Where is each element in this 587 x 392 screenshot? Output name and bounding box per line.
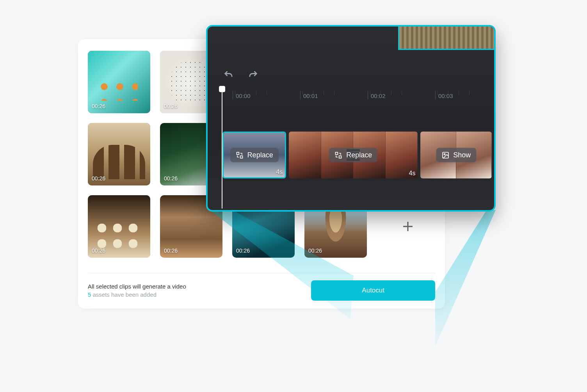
svg-rect-2 <box>336 152 338 155</box>
asset-duration: 00:26 <box>92 248 105 254</box>
asset-duration: 00:26 <box>164 103 178 109</box>
footer-headline: All selected clips will generate a video <box>88 283 186 290</box>
plus-icon <box>401 219 415 233</box>
svg-point-5 <box>444 153 445 155</box>
clip-duration: 4s <box>276 169 283 176</box>
preview-viewport <box>398 25 496 50</box>
replace-icon <box>236 151 244 159</box>
timeline-track[interactable]: Replace 4s Replace 4s Show <box>220 130 494 180</box>
clip-duration: 4s <box>409 170 416 177</box>
asset-thumb[interactable]: 00:26 <box>88 51 150 113</box>
time-ruler[interactable]: 00:00 00:01 00:02 00:03 <box>222 91 494 104</box>
playhead[interactable] <box>222 87 222 208</box>
undo-icon[interactable] <box>223 69 234 80</box>
svg-rect-0 <box>237 152 239 155</box>
replace-button[interactable]: Replace <box>230 148 279 162</box>
replace-label: Replace <box>247 151 273 159</box>
asset-duration: 00:26 <box>92 175 105 182</box>
panel-footer: All selected clips will generate a video… <box>88 273 435 301</box>
image-icon <box>441 151 449 159</box>
asset-count-suffix: assets have been added <box>91 291 157 298</box>
svg-rect-3 <box>339 156 342 158</box>
asset-duration: 00:26 <box>164 248 178 254</box>
replace-button[interactable]: Replace <box>329 148 377 162</box>
timeline-toolbar <box>223 69 258 80</box>
asset-duration: 00:26 <box>164 175 178 182</box>
replace-icon <box>334 151 342 159</box>
asset-duration: 00:26 <box>92 103 105 109</box>
show-label: Show <box>453 151 471 159</box>
footer-subline: 5 assets have been added <box>88 291 186 298</box>
svg-rect-1 <box>240 156 242 158</box>
timeline-panel: 00:00 00:01 00:02 00:03 Replace 4s Repla… <box>206 25 496 212</box>
asset-duration: 00:26 <box>236 248 250 254</box>
timeline-clip[interactable]: Replace 4s <box>289 132 418 178</box>
show-button[interactable]: Show <box>436 148 476 162</box>
timeline-clip[interactable]: Show <box>420 132 492 178</box>
asset-thumb[interactable]: 00:26 <box>88 195 150 258</box>
timeline-clip[interactable]: Replace 4s <box>222 132 286 178</box>
redo-icon[interactable] <box>247 69 258 80</box>
clip-frame <box>289 132 321 178</box>
asset-thumb[interactable]: 00:26 <box>88 123 150 185</box>
replace-label: Replace <box>346 151 372 159</box>
